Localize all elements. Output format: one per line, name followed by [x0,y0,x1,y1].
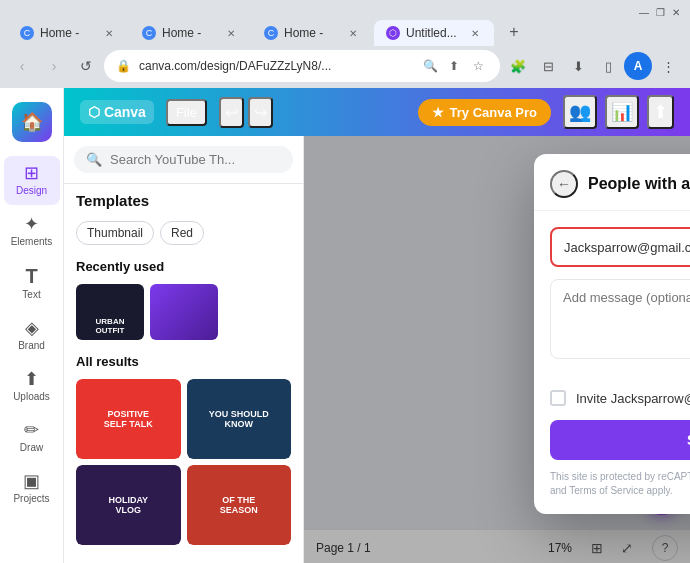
sidebar-draw-label: Draw [20,442,43,454]
redo-button[interactable]: ↪ [248,97,273,128]
tab-2-close[interactable]: ✕ [224,26,238,40]
invite-checkbox[interactable] [550,390,566,406]
left-sidebar: 🏠 ⊞ Design ✦ Elements T Text ◈ Brand ⬆ U… [0,88,64,563]
tab-1-favicon: C [20,26,34,40]
star-url-icon[interactable]: ☆ [468,56,488,76]
share-url-icon[interactable]: ⬆ [444,56,464,76]
canva-app: 🏠 ⊞ Design ✦ Elements T Text ◈ Brand ⬆ U… [0,88,690,563]
result-thumb-3: HOLIDAYVLOG [76,465,181,545]
close-button[interactable]: ✕ [670,6,682,18]
try-pro-label: Try Canva Pro [450,105,537,120]
restore-button[interactable]: ❐ [654,6,666,18]
tab-3-favicon: C [264,26,278,40]
recent-thumb-1[interactable]: URBANOUTFIT [76,284,144,340]
tab-3[interactable]: C Home - ✕ [252,20,372,46]
templates-header: Templates [64,184,303,215]
tab-1-close[interactable]: ✕ [102,26,116,40]
back-button[interactable]: ‹ [8,52,36,80]
result-item-4[interactable]: OF THESEASON [187,465,292,545]
send-button[interactable]: Send [550,420,690,460]
recaptcha-text: This site is protected by reCAPTCHA and … [550,470,690,498]
email-input[interactable] [564,240,690,255]
sidebar-text-label: Text [22,289,40,301]
result-thumb-1: POSITIVESELF TALK [76,379,181,459]
forward-button[interactable]: › [40,52,68,80]
draw-icon: ✏ [24,421,39,439]
sidebar-item-uploads[interactable]: ⬆ Uploads [4,362,60,411]
sidebar-top: 🏠 [0,96,63,150]
undo-button[interactable]: ↩ [219,97,244,128]
modal-body: ✕ ▲ ▼ Edit ▾ [534,211,690,514]
sidebar-item-text[interactable]: T Text [4,258,60,309]
text-icon: T [25,266,37,286]
tab-3-close[interactable]: ✕ [346,26,360,40]
cast-icon[interactable]: ⊟ [534,52,562,80]
sidebar-item-design[interactable]: ⊞ Design [4,156,60,205]
result-thumb-4: OF THESEASON [187,465,292,545]
uploads-icon: ⬆ [24,370,39,388]
lock-icon: 🔒 [116,59,131,73]
profile-button[interactable]: A [624,52,652,80]
reload-button[interactable]: ↺ [72,52,100,80]
sidebar-icon[interactable]: ▯ [594,52,622,80]
sidebar-elements-label: Elements [11,236,53,248]
tab-2-label: Home - [162,26,218,40]
tab-1[interactable]: C Home - ✕ [8,20,128,46]
download-icon[interactable]: ⬇ [564,52,592,80]
new-tab-button[interactable]: + [500,18,528,46]
extensions-icon[interactable]: 🧩 [504,52,532,80]
all-results-label: All results [64,346,303,373]
tab-bar: C Home - ✕ C Home - ✕ C Home - ✕ ⬡ Untit… [0,18,690,46]
sidebar-item-elements[interactable]: ✦ Elements [4,207,60,256]
sidebar-item-draw[interactable]: ✏ Draw [4,413,60,462]
brand-icon: ◈ [25,319,39,337]
analytics-icon[interactable]: 📊 [605,95,639,129]
result-item-3[interactable]: HOLIDAYVLOG [76,465,181,545]
search-input-wrap[interactable]: 🔍 [74,146,293,173]
search-bar: 🔍 [64,136,303,184]
tab-3-label: Home - [284,26,340,40]
address-right: 🧩 ⊟ ⬇ ▯ A ⋮ [504,52,682,80]
tab-4[interactable]: ⬡ Untitled... ✕ [374,20,494,46]
search-url-icon[interactable]: 🔍 [420,56,440,76]
recent-thumb-1-text: URBANOUTFIT [96,318,125,336]
char-count: 0/1000 [550,366,690,378]
message-textarea[interactable] [550,279,690,359]
canva-logo[interactable]: ⬡ Canva [80,100,154,124]
left-panel: 🔍 Templates Thumbnail Red Recently used … [64,136,304,563]
sidebar-design-label: Design [16,185,47,197]
sidebar-item-projects[interactable]: ▣ Projects [4,464,60,513]
sidebar-item-brand[interactable]: ◈ Brand [4,311,60,360]
share-people-icon[interactable]: 👥 [563,95,597,129]
result-item-1[interactable]: POSITIVESELF TALK [76,379,181,459]
content-area: 🔍 Templates Thumbnail Red Recently used … [64,136,690,563]
modal-back-button[interactable]: ← [550,170,578,198]
tab-2[interactable]: C Home - ✕ [130,20,250,46]
search-input[interactable] [110,152,281,167]
tab-4-close[interactable]: ✕ [468,26,482,40]
publish-icon[interactable]: ⬆ [647,95,674,129]
sidebar-brand-label: Brand [18,340,45,352]
filter-thumbnail[interactable]: Thumbnail [76,221,154,245]
url-bar[interactable]: 🔒 canva.com/design/DAFuZZzLyN8/... 🔍 ⬆ ☆ [104,50,500,82]
canvas-area: ← People with access ✕ ▲ ▼ [304,136,690,563]
back-arrow-icon: ← [557,176,571,192]
recently-used-row: URBANOUTFIT [64,278,303,346]
results-grid: POSITIVESELF TALK YOU SHOULDKNOW HOLIDAY… [64,373,303,551]
projects-icon: ▣ [23,472,40,490]
tab-4-label: Untitled... [406,26,462,40]
star-icon: ★ [432,105,444,120]
filter-red[interactable]: Red [160,221,204,245]
minimize-button[interactable]: — [638,6,650,18]
recent-thumb-2[interactable] [150,284,218,340]
tab-4-favicon: ⬡ [386,26,400,40]
menu-icon[interactable]: ⋮ [654,52,682,80]
result-item-2[interactable]: YOU SHOULDKNOW [187,379,292,459]
sidebar-projects-label: Projects [13,493,49,505]
modal-overlay: ← People with access ✕ ▲ ▼ [304,136,690,563]
file-menu-button[interactable]: File [166,99,207,126]
email-input-row[interactable]: ✕ ▲ ▼ Edit ▾ [550,227,690,267]
home-button[interactable]: 🏠 [12,102,52,142]
try-pro-button[interactable]: ★ Try Canva Pro [418,99,551,126]
modal-header: ← People with access [534,154,690,211]
